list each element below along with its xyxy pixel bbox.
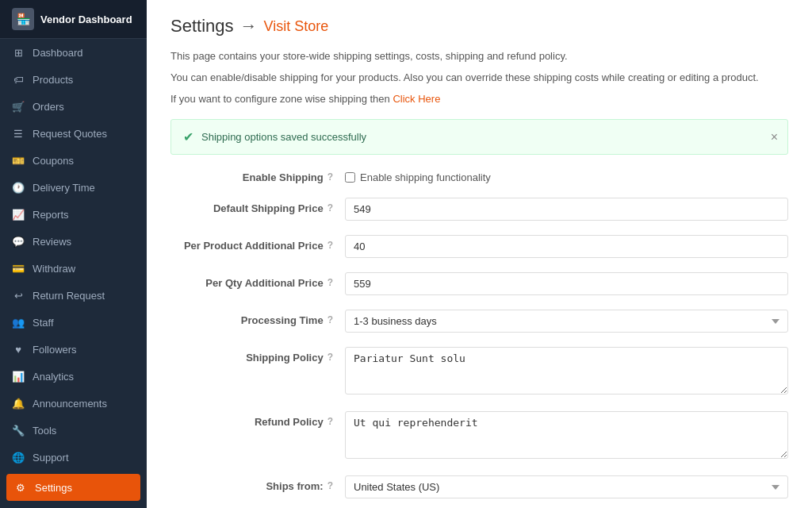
sidebar-item-settings[interactable]: ⚙ Settings: [6, 474, 140, 501]
settings-form: Enable Shipping ? Enable shipping functi…: [170, 167, 788, 498]
enable-shipping-label: Enable Shipping ?: [170, 167, 345, 183]
grid-icon: ⊞: [12, 46, 25, 59]
sidebar-item-orders[interactable]: 🛒 Orders: [0, 93, 147, 120]
enable-shipping-help-icon[interactable]: ?: [327, 171, 333, 183]
refund-policy-textarea[interactable]: Ut qui reprehenderit: [345, 411, 788, 459]
processing-time-select[interactable]: 1-3 business days 3-5 business days 5-7 …: [345, 310, 788, 333]
gear-icon: ⚙: [14, 481, 27, 494]
ships-from-help-icon[interactable]: ?: [327, 480, 333, 491]
sidebar-item-withdraw[interactable]: 💳 Withdraw: [0, 255, 147, 282]
sidebar-item-analytics[interactable]: 📊 Analytics: [0, 363, 147, 390]
processing-time-help-icon[interactable]: ?: [327, 314, 333, 325]
sidebar-item-tools[interactable]: 🔧 Tools: [0, 417, 147, 444]
per-qty-label: Per Qty Additional Price ?: [170, 272, 345, 289]
desc2: You can enable/disable shipping for your…: [170, 70, 788, 87]
processing-time-control: 1-3 business days 3-5 business days 5-7 …: [345, 310, 788, 333]
sidebar-item-label: Followers: [33, 344, 77, 356]
enable-shipping-checkbox[interactable]: [345, 172, 355, 183]
refund-policy-control: Ut qui reprehenderit: [345, 411, 788, 461]
title-arrow: →: [240, 16, 258, 37]
heart-icon: ♥: [12, 343, 25, 356]
sidebar-header: 🏪 Vendor Dashboard: [0, 0, 147, 39]
store-icon: 🏪: [12, 8, 34, 30]
enable-shipping-checkbox-text: Enable shipping functionality: [360, 171, 491, 183]
main-content: Settings → Visit Store This page contain…: [147, 0, 812, 508]
processing-time-row: Processing Time ? 1-3 business days 3-5 …: [170, 310, 788, 333]
refund-policy-label: Refund Policy ?: [170, 411, 345, 428]
sidebar-item-label: Announcements: [33, 398, 107, 410]
ticket-icon: 🎫: [12, 154, 25, 167]
refund-policy-help-icon[interactable]: ?: [327, 416, 333, 427]
sidebar-item-label: Products: [33, 74, 73, 86]
per-qty-help-icon[interactable]: ?: [327, 277, 333, 288]
tag-icon: 🏷: [12, 73, 25, 86]
per-product-row: Per Product Additional Price ?: [170, 235, 788, 258]
sidebar-item-label: Withdraw: [33, 263, 75, 275]
sidebar-item-reports[interactable]: 📈 Reports: [0, 201, 147, 228]
enable-shipping-control: Enable shipping functionality: [345, 167, 788, 183]
sidebar-item-products[interactable]: 🏷 Products: [0, 66, 147, 93]
shipping-policy-control: Pariatur Sunt solu: [345, 347, 788, 397]
enable-shipping-checkbox-label[interactable]: Enable shipping functionality: [345, 167, 788, 183]
sidebar-item-dashboard[interactable]: ⊞ Dashboard: [0, 39, 147, 66]
sidebar-item-label: Settings: [35, 482, 72, 494]
ships-from-select[interactable]: United States (US) United Kingdom Canada…: [345, 475, 788, 498]
bell-icon: 🔔: [12, 397, 25, 410]
check-icon: ✔: [183, 129, 193, 144]
success-close-button[interactable]: ×: [771, 130, 778, 144]
enable-shipping-row: Enable Shipping ? Enable shipping functi…: [170, 167, 788, 183]
per-qty-control: [345, 272, 788, 295]
list-icon: ☰: [12, 127, 25, 140]
default-shipping-help-icon[interactable]: ?: [327, 202, 333, 214]
per-qty-price-input[interactable]: [345, 272, 788, 295]
success-banner: ✔ Shipping options saved successfully ×: [170, 119, 788, 155]
speech-icon: 💬: [12, 235, 25, 248]
sidebar-item-label: Staff: [33, 317, 54, 329]
visit-store-link[interactable]: Visit Store: [264, 18, 329, 35]
sidebar-item-label: Tools: [33, 425, 56, 437]
per-qty-row: Per Qty Additional Price ?: [170, 272, 788, 295]
refresh-icon: ↩: [12, 289, 25, 302]
default-shipping-price-input[interactable]: [345, 198, 788, 221]
chart-icon: 📈: [12, 208, 25, 221]
sidebar-item-label: Dashboard: [33, 47, 83, 59]
success-message: Shipping options saved successfully: [201, 131, 366, 143]
sidebar-item-label: Support: [33, 452, 69, 464]
per-product-label: Per Product Additional Price ?: [170, 235, 345, 252]
wrench-icon: 🔧: [12, 424, 25, 437]
sidebar-item-staff[interactable]: 👥 Staff: [0, 309, 147, 336]
shipping-policy-label: Shipping Policy ?: [170, 347, 345, 364]
default-shipping-control: [345, 198, 788, 221]
shipping-policy-help-icon[interactable]: ?: [327, 352, 333, 363]
sidebar-item-label: Request Quotes: [33, 128, 107, 140]
sidebar-item-label: Return Request: [33, 290, 105, 302]
page-title: Settings → Visit Store: [170, 16, 788, 37]
sidebar-item-label: Reports: [33, 209, 69, 221]
per-product-price-input[interactable]: [345, 235, 788, 258]
processing-time-label: Processing Time ?: [170, 310, 345, 326]
sidebar-item-announcements[interactable]: 🔔 Announcements: [0, 390, 147, 417]
sidebar: 🏪 Vendor Dashboard ⊞ Dashboard 🏷 Product…: [0, 0, 147, 508]
desc3-prefix: If you want to configure zone wise shipp…: [170, 93, 390, 105]
sidebar-item-followers[interactable]: ♥ Followers: [0, 336, 147, 363]
title-text: Settings: [170, 16, 234, 37]
sidebar-item-label: Orders: [33, 101, 64, 113]
sidebar-item-delivery-time[interactable]: 🕐 Delivery Time: [0, 174, 147, 201]
desc1: This page contains your store-wide shipp…: [170, 48, 788, 65]
sidebar-item-return-request[interactable]: ↩ Return Request: [0, 282, 147, 309]
sidebar-item-reviews[interactable]: 💬 Reviews: [0, 228, 147, 255]
default-shipping-label: Default Shipping Price ?: [170, 198, 345, 214]
credit-icon: 💳: [12, 262, 25, 275]
sidebar-item-label: Reviews: [33, 236, 71, 248]
sidebar-header-title: Vendor Dashboard: [40, 13, 132, 25]
shipping-policy-textarea[interactable]: Pariatur Sunt solu: [345, 347, 788, 394]
sidebar-item-coupons[interactable]: 🎫 Coupons: [0, 147, 147, 174]
default-shipping-row: Default Shipping Price ?: [170, 198, 788, 221]
shipping-policy-row: Shipping Policy ? Pariatur Sunt solu: [170, 347, 788, 397]
sidebar-item-request-quotes[interactable]: ☰ Request Quotes: [0, 120, 147, 147]
click-here-link[interactable]: Click Here: [393, 93, 440, 105]
sidebar-item-label: Delivery Time: [33, 182, 95, 194]
refund-policy-row: Refund Policy ? Ut qui reprehenderit: [170, 411, 788, 461]
sidebar-item-support[interactable]: 🌐 Support: [0, 444, 147, 471]
per-product-help-icon[interactable]: ?: [327, 240, 333, 251]
